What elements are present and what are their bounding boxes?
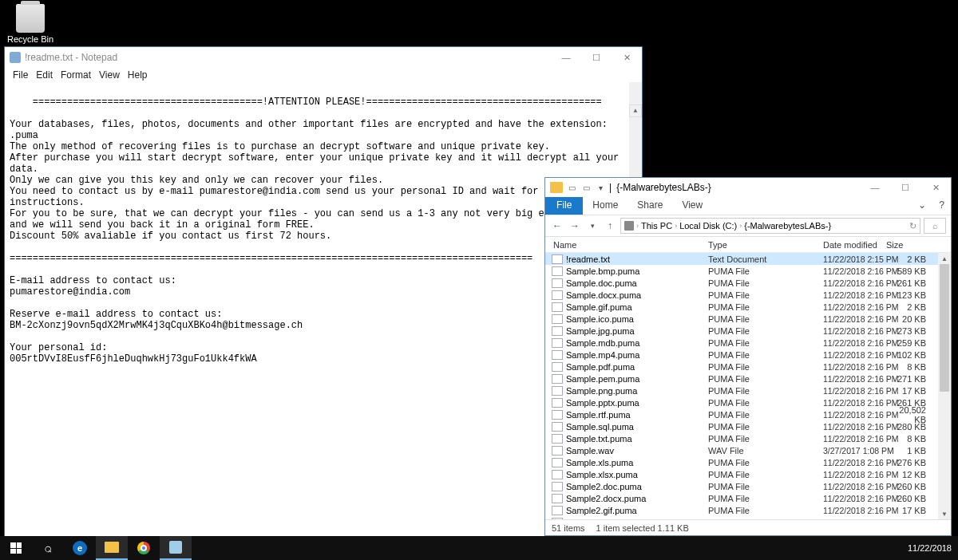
taskbar-notepad[interactable] xyxy=(160,536,192,560)
file-icon xyxy=(552,266,563,276)
system-tray[interactable]: 11/22/2018 xyxy=(908,543,958,553)
notepad-icon xyxy=(169,541,182,554)
explorer-title: {-MalwarebytesLABs-} xyxy=(616,182,860,193)
file-row[interactable]: Sample.xls.pumaPUMA File11/22/2018 2:16 … xyxy=(545,456,951,468)
recycle-bin-icon xyxy=(16,4,45,33)
menu-format[interactable]: Format xyxy=(57,69,94,81)
close-button[interactable]: ✕ xyxy=(612,47,642,68)
taskbar-explorer[interactable] xyxy=(96,536,128,560)
qat-new-icon[interactable]: ▭ xyxy=(580,182,592,193)
crumb-drive[interactable]: Local Disk (C:) xyxy=(679,221,737,231)
crumb-thispc[interactable]: This PC xyxy=(641,221,672,231)
file-size: 17 KB xyxy=(890,386,926,396)
file-size: 260 KB xyxy=(890,494,926,503)
ribbon-tabs: File Home Share View ⌄ ? xyxy=(545,197,951,215)
up-button[interactable]: ↑ xyxy=(603,219,617,233)
search-input[interactable]: ⌕ xyxy=(924,218,946,234)
file-size: 273 KB xyxy=(890,326,926,336)
recent-dropdown-icon[interactable]: ▾ xyxy=(585,219,600,233)
taskbar-chrome[interactable] xyxy=(128,536,160,560)
maximize-button[interactable]: ☐ xyxy=(890,178,920,197)
col-size[interactable]: Size xyxy=(886,240,926,250)
back-button[interactable]: ← xyxy=(550,219,564,233)
crumb-folder[interactable]: {-MalwarebytesLABs-} xyxy=(744,221,831,231)
file-row[interactable]: Sample.mp4.pumaPUMA File11/22/2018 2:16 … xyxy=(545,349,951,361)
file-row[interactable]: Sample.doc.pumaPUMA File11/22/2018 2:16 … xyxy=(545,277,951,289)
file-icon xyxy=(552,422,563,432)
file-row[interactable]: Sample.png.pumaPUMA File11/22/2018 2:16 … xyxy=(545,385,951,396)
close-button[interactable]: ✕ xyxy=(920,178,951,197)
col-date[interactable]: Date modified xyxy=(823,240,886,250)
menu-edit[interactable]: Edit xyxy=(33,69,56,81)
maximize-button[interactable]: ☐ xyxy=(581,47,612,68)
file-name: Sample.jpg.puma xyxy=(566,326,708,336)
tab-home[interactable]: Home xyxy=(583,197,627,215)
column-headers: Name Type Date modified Size xyxy=(545,237,951,253)
file-row[interactable]: Sample2.jpg.pumaPUMA File11/22/2018 2:16… xyxy=(545,516,951,519)
scroll-thumb[interactable] xyxy=(940,264,949,392)
start-button[interactable] xyxy=(0,536,32,560)
scroll-down-icon[interactable]: ▼ xyxy=(938,508,951,519)
refresh-icon[interactable]: ↻ xyxy=(909,221,916,231)
file-row[interactable]: Sample.sql.pumaPUMA File11/22/2018 2:16 … xyxy=(545,420,951,432)
file-row[interactable]: Sample.ico.pumaPUMA File11/22/2018 2:16 … xyxy=(545,313,951,325)
breadcrumb[interactable]: › This PC › Local Disk (C:) › {-Malwareb… xyxy=(620,218,920,234)
qat-props-icon[interactable]: ▭ xyxy=(566,182,577,193)
file-size: 271 KB xyxy=(890,374,926,384)
file-row[interactable]: Sample.gif.pumaPUMA File11/22/2018 2:16 … xyxy=(545,301,951,313)
menu-help[interactable]: Help xyxy=(125,69,151,81)
file-size: 1 KB xyxy=(890,446,926,455)
menu-view[interactable]: View xyxy=(96,69,123,81)
col-type[interactable]: Type xyxy=(708,240,823,250)
clock-date: 11/22/2018 xyxy=(908,543,952,553)
file-row[interactable]: Sample.bmp.pumaPUMA File11/22/2018 2:16 … xyxy=(545,265,951,277)
tab-file[interactable]: File xyxy=(545,197,583,215)
ribbon-expand-icon[interactable]: ⌄ xyxy=(912,197,932,215)
forward-button[interactable]: → xyxy=(568,219,582,233)
tab-share[interactable]: Share xyxy=(627,197,672,215)
scroll-up-icon[interactable]: ▲ xyxy=(938,253,951,264)
file-list[interactable]: ▲ ▼ !readme.txtText Document11/22/2018 2… xyxy=(545,253,951,519)
notepad-titlebar[interactable]: !readme.txt - Notepad — ☐ ✕ xyxy=(5,47,642,68)
file-date: 11/22/2018 2:16 PM xyxy=(823,518,890,520)
recycle-bin-label: Recycle Bin xyxy=(6,34,54,44)
file-row[interactable]: Sample.jpg.pumaPUMA File11/22/2018 2:16 … xyxy=(545,325,951,337)
menu-file[interactable]: File xyxy=(10,69,31,81)
help-icon[interactable]: ? xyxy=(932,197,951,215)
notepad-icon xyxy=(10,52,21,63)
file-date: 11/22/2018 2:16 PM xyxy=(823,278,890,288)
file-row[interactable]: Sample.docx.pumaPUMA File11/22/2018 2:16… xyxy=(545,289,951,301)
col-name[interactable]: Name xyxy=(545,240,708,250)
file-row[interactable]: !readme.txtText Document11/22/2018 2:15 … xyxy=(545,253,951,265)
explorer-titlebar[interactable]: ▭ ▭ ▾ | {-MalwarebytesLABs-} — ☐ ✕ xyxy=(545,178,951,197)
file-row[interactable]: Sample2.gif.pumaPUMA File11/22/2018 2:16… xyxy=(545,504,951,516)
file-row[interactable]: Sample.txt.pumaPUMA File11/22/2018 2:16 … xyxy=(545,432,951,444)
file-row[interactable]: Sample2.doc.pumaPUMA File11/22/2018 2:16… xyxy=(545,480,951,492)
file-row[interactable]: Sample.pdf.pumaPUMA File11/22/2018 2:16 … xyxy=(545,361,951,373)
taskbar: e 11/22/2018 xyxy=(0,536,958,560)
minimize-button[interactable]: — xyxy=(551,47,581,68)
file-type: PUMA File xyxy=(708,410,823,420)
file-row[interactable]: Sample.wavWAV File3/27/2017 1:08 PM1 KB xyxy=(545,444,951,456)
chevron-right-icon[interactable]: › xyxy=(675,222,677,230)
explorer-scrollbar[interactable]: ▲ ▼ xyxy=(938,253,951,519)
file-name: Sample.mp4.puma xyxy=(566,350,708,360)
search-button[interactable] xyxy=(32,536,64,560)
chevron-right-icon[interactable]: › xyxy=(739,222,742,230)
file-size: 2 KB xyxy=(890,254,926,264)
recycle-bin[interactable]: Recycle Bin xyxy=(6,4,54,44)
file-row[interactable]: Sample.pem.pumaPUMA File11/22/2018 2:16 … xyxy=(545,373,951,385)
qat-dropdown-icon[interactable]: ▾ xyxy=(595,182,606,193)
scroll-up-icon[interactable]: ▲ xyxy=(629,105,642,117)
file-row[interactable]: Sample.xlsx.pumaPUMA File11/22/2018 2:16… xyxy=(545,468,951,480)
tab-view[interactable]: View xyxy=(672,197,712,215)
minimize-button[interactable]: — xyxy=(860,178,890,197)
file-row[interactable]: Sample2.docx.pumaPUMA File11/22/2018 2:1… xyxy=(545,492,951,504)
chevron-right-icon[interactable]: › xyxy=(636,222,639,230)
taskbar-edge[interactable]: e xyxy=(64,536,96,560)
file-type: PUMA File xyxy=(708,266,823,276)
file-row[interactable]: Sample.mdb.pumaPUMA File11/22/2018 2:16 … xyxy=(545,337,951,349)
file-row[interactable]: Sample.rtf.pumaPUMA File11/22/2018 2:16 … xyxy=(545,408,951,420)
file-icon xyxy=(552,386,563,396)
file-date: 3/27/2017 1:08 PM xyxy=(823,446,890,455)
